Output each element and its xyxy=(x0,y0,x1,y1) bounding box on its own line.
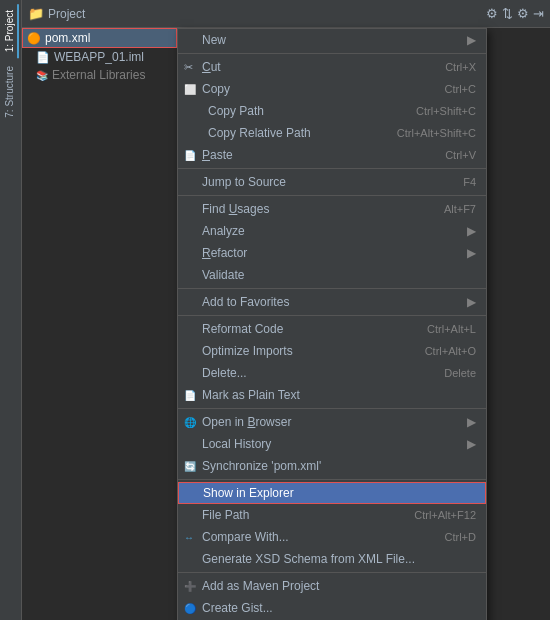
filetree-item-pomxml[interactable]: 🟠 pom.xml xyxy=(22,28,177,48)
menu-arrow-local-history: ▶ xyxy=(467,437,476,451)
filetree-item-external-libs[interactable]: 📚 External Libraries xyxy=(22,66,177,84)
menu-item-find-usages[interactable]: Find Usages Alt+F7 xyxy=(178,198,486,220)
menu-label-add-to-favorites: Add to Favorites xyxy=(202,295,461,309)
menu-label-copy-path: Copy Path xyxy=(202,104,406,118)
menu-label-refactor: Refactor xyxy=(202,246,461,260)
menu-arrow-analyze: ▶ xyxy=(467,224,476,238)
menu-item-validate[interactable]: Validate xyxy=(178,264,486,286)
menu-item-copy[interactable]: ⬜ Copy Ctrl+C xyxy=(178,78,486,100)
gear-icon[interactable]: ⚙ xyxy=(486,6,498,21)
menu-item-copy-relative-path[interactable]: Copy Relative Path Ctrl+Alt+Shift+C xyxy=(178,122,486,144)
menu-shortcut-copy: Ctrl+C xyxy=(445,83,476,95)
separator-1 xyxy=(178,53,486,54)
menu-label-open-in-browser: Open in Browser xyxy=(202,415,461,429)
separator-8 xyxy=(178,572,486,573)
expand-icon[interactable]: ⇥ xyxy=(533,6,544,21)
pomxml-icon: 🟠 xyxy=(27,32,41,45)
menu-item-delete[interactable]: Delete... Delete xyxy=(178,362,486,384)
menu-label-show-in-explorer: Show in Explorer xyxy=(203,486,475,500)
menu-item-synchronize[interactable]: 🔄 Synchronize 'pom.xml' xyxy=(178,455,486,477)
menu-shortcut-paste: Ctrl+V xyxy=(445,149,476,161)
menu-arrow-open-in-browser: ▶ xyxy=(467,415,476,429)
compare-icon: ↔ xyxy=(184,532,194,543)
filetree-label-external-libs: External Libraries xyxy=(52,68,145,82)
menu-label-delete: Delete... xyxy=(202,366,434,380)
filetree-label-pomxml: pom.xml xyxy=(45,31,90,45)
separator-4 xyxy=(178,288,486,289)
menu-item-show-in-explorer[interactable]: Show in Explorer xyxy=(178,482,486,504)
menu-item-cut[interactable]: ✂ Cut Ctrl+X xyxy=(178,56,486,78)
filetree: 🟠 pom.xml 📄 WEBAPP_01.iml 📚 External Lib… xyxy=(22,28,177,620)
filetree-item-webapp[interactable]: 📄 WEBAPP_01.iml xyxy=(22,48,177,66)
context-menu: New ▶ ✂ Cut Ctrl+X ⬜ Copy Ctrl+C Copy Pa… xyxy=(177,28,487,620)
menu-label-local-history: Local History xyxy=(202,437,461,451)
menu-arrow-refactor: ▶ xyxy=(467,246,476,260)
menu-item-open-in-browser[interactable]: 🌐 Open in Browser ▶ xyxy=(178,411,486,433)
menu-shortcut-optimize-imports: Ctrl+Alt+O xyxy=(425,345,476,357)
webapp-icon: 📄 xyxy=(36,51,50,64)
menu-shortcut-find-usages: Alt+F7 xyxy=(444,203,476,215)
menu-item-copy-path[interactable]: Copy Path Ctrl+Shift+C xyxy=(178,100,486,122)
menu-item-jump-to-source[interactable]: Jump to Source F4 xyxy=(178,171,486,193)
menu-label-new: New xyxy=(202,33,461,47)
menu-item-analyze[interactable]: Analyze ▶ xyxy=(178,220,486,242)
menu-label-optimize-imports: Optimize Imports xyxy=(202,344,415,358)
menu-item-file-path[interactable]: File Path Ctrl+Alt+F12 xyxy=(178,504,486,526)
menu-item-paste[interactable]: 📄 Paste Ctrl+V xyxy=(178,144,486,166)
menu-item-reformat-code[interactable]: Reformat Code Ctrl+Alt+L xyxy=(178,318,486,340)
topbar: 📁 Project ⚙ ⇅ ⚙ ⇥ xyxy=(22,0,550,28)
menu-item-new[interactable]: New ▶ xyxy=(178,29,486,51)
extlibs-icon: 📚 xyxy=(36,70,48,81)
menu-item-optimize-imports[interactable]: Optimize Imports Ctrl+Alt+O xyxy=(178,340,486,362)
copy-icon: ⬜ xyxy=(184,84,196,95)
topbar-icons: ⚙ ⇅ ⚙ ⇥ xyxy=(486,6,544,21)
menu-label-paste: Paste xyxy=(202,148,435,162)
separator-2 xyxy=(178,168,486,169)
menu-shortcut-file-path: Ctrl+Alt+F12 xyxy=(414,509,476,521)
menu-item-create-gist[interactable]: 🔵 Create Gist... xyxy=(178,597,486,619)
menu-label-create-gist: Create Gist... xyxy=(202,601,476,615)
menu-shortcut-jump-to-source: F4 xyxy=(463,176,476,188)
separator-6 xyxy=(178,408,486,409)
separator-5 xyxy=(178,315,486,316)
topbar-title: Project xyxy=(48,7,85,21)
menu-shortcut-copy-relative-path: Ctrl+Alt+Shift+C xyxy=(397,127,476,139)
menu-item-local-history[interactable]: Local History ▶ xyxy=(178,433,486,455)
menu-label-add-as-maven: Add as Maven Project xyxy=(202,579,476,593)
menu-label-cut: Cut xyxy=(202,60,435,74)
sidebar-tab-project[interactable]: 1: Project xyxy=(2,4,19,58)
menu-label-analyze: Analyze xyxy=(202,224,461,238)
menu-shortcut-delete: Delete xyxy=(444,367,476,379)
mark-plain-text-icon: 📄 xyxy=(184,390,196,401)
paste-icon: 📄 xyxy=(184,150,196,161)
gist-icon: 🔵 xyxy=(184,603,196,614)
menu-label-generate-xsd: Generate XSD Schema from XML File... xyxy=(202,552,476,566)
menu-shortcut-reformat-code: Ctrl+Alt+L xyxy=(427,323,476,335)
menu-item-generate-xsd[interactable]: Generate XSD Schema from XML File... xyxy=(178,548,486,570)
menu-item-add-to-favorites[interactable]: Add to Favorites ▶ xyxy=(178,291,486,313)
menu-shortcut-cut: Ctrl+X xyxy=(445,61,476,73)
sync-icon: 🔄 xyxy=(184,461,196,472)
cut-icon: ✂ xyxy=(184,61,193,74)
sort-icon[interactable]: ⇅ xyxy=(502,6,513,21)
project-folder-icon: 📁 xyxy=(28,6,44,21)
separator-7 xyxy=(178,479,486,480)
menu-label-validate: Validate xyxy=(202,268,476,282)
sidebar-tab-structure[interactable]: 7: Structure xyxy=(2,60,19,124)
menu-label-file-path: File Path xyxy=(202,508,404,522)
maven-icon: ➕ xyxy=(184,581,196,592)
menu-shortcut-copy-path: Ctrl+Shift+C xyxy=(416,105,476,117)
menu-label-compare-with: Compare With... xyxy=(202,530,435,544)
menu-label-copy: Copy xyxy=(202,82,435,96)
menu-label-find-usages: Find Usages xyxy=(202,202,434,216)
menu-item-mark-as-plain-text[interactable]: 📄 Mark as Plain Text xyxy=(178,384,486,406)
menu-item-add-as-maven[interactable]: ➕ Add as Maven Project xyxy=(178,575,486,597)
filetree-label-webapp: WEBAPP_01.iml xyxy=(54,50,144,64)
separator-3 xyxy=(178,195,486,196)
menu-shortcut-compare-with: Ctrl+D xyxy=(445,531,476,543)
menu-item-compare-with[interactable]: ↔ Compare With... Ctrl+D xyxy=(178,526,486,548)
menu-label-jump-to-source: Jump to Source xyxy=(202,175,453,189)
menu-label-copy-relative-path: Copy Relative Path xyxy=(202,126,387,140)
menu-item-refactor[interactable]: Refactor ▶ xyxy=(178,242,486,264)
settings-icon[interactable]: ⚙ xyxy=(517,6,529,21)
